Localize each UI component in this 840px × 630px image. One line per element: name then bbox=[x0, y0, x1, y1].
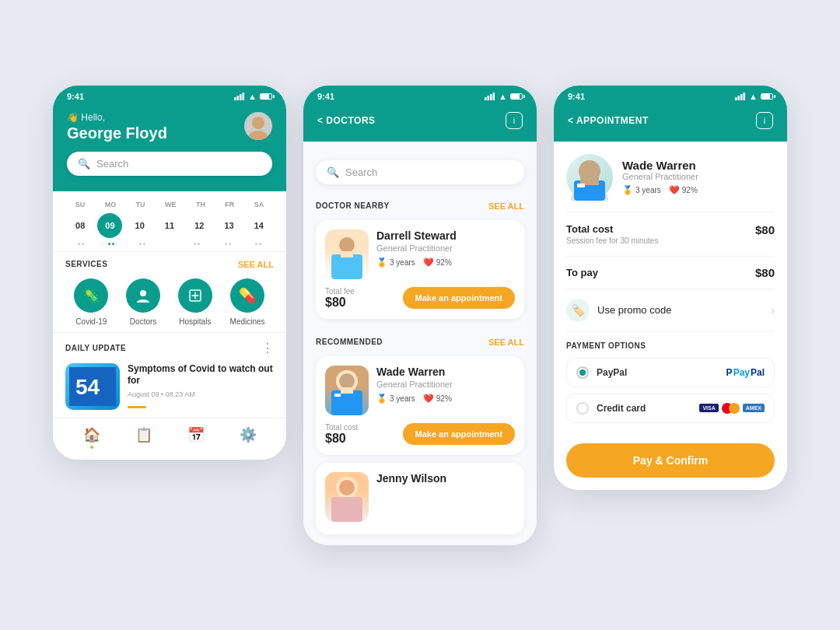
doctor-profile-card: Wade Warren General Practitioner 🏅 3 yea… bbox=[566, 142, 775, 212]
appt-doc-spec: General Practitioner bbox=[622, 172, 698, 181]
doctor-avatar-wade bbox=[325, 366, 369, 415]
card-logos: VISA AMEX bbox=[699, 403, 765, 414]
svg-rect-0 bbox=[234, 97, 236, 100]
doc-details-wade: Wade Warren General Practitioner 🏅 3 yea… bbox=[376, 366, 515, 415]
cal-day-12[interactable]: 12 bbox=[187, 213, 212, 238]
screen3-header: < APPOINTMENT i bbox=[554, 104, 787, 142]
appointment-btn-darrell[interactable]: Make an appointment bbox=[403, 287, 515, 309]
nav-calendar[interactable]: 📅 bbox=[187, 426, 205, 449]
doctor-nearby-section: DOCTOR NEARBY SEE ALL bbox=[303, 194, 537, 330]
status-bar-1: 9:41 ▲ bbox=[53, 86, 286, 104]
search-bar-2[interactable]: 🔍 Search bbox=[316, 160, 524, 184]
cost-labels: Total cost Session fee for 30 minutes bbox=[566, 223, 658, 245]
svg-rect-2 bbox=[240, 94, 242, 100]
paypal-radio-selected bbox=[579, 369, 586, 376]
doctors-icon bbox=[126, 278, 160, 313]
card-label: Credit card bbox=[597, 403, 691, 414]
promo-icon: 🏷️ bbox=[566, 299, 590, 322]
back-button-doctors[interactable]: < DOCTORS bbox=[317, 115, 376, 126]
services-see-all[interactable]: SEE ALL bbox=[238, 260, 274, 269]
doc-details-darrell: Darrell Steward General Practitioner 🏅 3… bbox=[376, 229, 515, 279]
amex-logo: AMEX bbox=[743, 404, 765, 412]
more-options-btn[interactable]: ⋮ bbox=[261, 341, 274, 355]
info-icon-2[interactable]: i bbox=[506, 112, 523, 129]
doc-stats-darrell: 🏅 3 years ❤️ 92% bbox=[376, 257, 515, 268]
svg-rect-3 bbox=[243, 93, 245, 100]
back-button-appt[interactable]: < APPOINTMENT bbox=[568, 115, 649, 126]
covid-icon: 🦠 bbox=[74, 278, 108, 313]
service-icons: 🦠 Covid-19 Doctors bbox=[65, 278, 274, 326]
doc-name-wade: Wade Warren bbox=[376, 366, 515, 378]
card-radio[interactable] bbox=[576, 402, 589, 415]
cal-day-08[interactable]: 08 bbox=[68, 213, 93, 238]
cal-day-13[interactable]: 13 bbox=[217, 213, 242, 238]
doctor-profile-details: Wade Warren General Practitioner 🏅 3 yea… bbox=[622, 159, 698, 195]
service-covid-label: Covid-19 bbox=[75, 317, 107, 326]
total-cost-row: Total cost Session fee for 30 minutes $8… bbox=[566, 212, 775, 257]
nav-settings[interactable]: ⚙️ bbox=[240, 426, 257, 449]
search-bar-1[interactable]: 🔍 Search bbox=[67, 152, 272, 176]
doctor-avatar-darrell bbox=[325, 229, 369, 279]
cal-day-11[interactable]: 11 bbox=[157, 213, 182, 238]
doc-rating-darrell: ❤️ 92% bbox=[423, 257, 452, 268]
to-pay-row: To pay $80 bbox=[566, 257, 775, 289]
info-icon-3[interactable]: i bbox=[756, 112, 773, 129]
wifi-icon: ▲ bbox=[248, 92, 257, 101]
search-placeholder-1: Search bbox=[96, 158, 128, 170]
doctor-avatar-lg bbox=[566, 154, 613, 201]
nearby-see-all[interactable]: SEE ALL bbox=[488, 201, 524, 211]
search-icon-1: 🔍 bbox=[78, 158, 90, 170]
cal-day-14[interactable]: 14 bbox=[247, 213, 271, 238]
cal-day-10[interactable]: 10 bbox=[128, 213, 152, 238]
doc-name-darrell: Darrell Steward bbox=[376, 229, 515, 242]
doctors-search: 🔍 Search bbox=[303, 142, 537, 194]
payment-option-paypal[interactable]: PayPal P Pay Pal bbox=[566, 358, 775, 387]
avatar bbox=[244, 112, 272, 140]
doc-name-jenny: Jenny Wilson bbox=[376, 472, 515, 485]
pay-confirm-button[interactable]: Pay & Confirm bbox=[566, 443, 775, 478]
nav-records[interactable]: 📋 bbox=[135, 426, 152, 449]
doctor-card-darrell: Darrell Steward General Practitioner 🏅 3… bbox=[316, 220, 524, 319]
svg-point-5 bbox=[249, 131, 268, 140]
news-content: Symptoms of Covid to watch out for Augus… bbox=[128, 363, 274, 408]
service-doctors[interactable]: Doctors bbox=[126, 278, 160, 326]
svg-rect-28 bbox=[740, 94, 743, 100]
recommended-see-all[interactable]: SEE ALL bbox=[488, 338, 524, 347]
doc-years-darrell: 🏅 3 years bbox=[376, 257, 415, 268]
paypal-radio[interactable] bbox=[576, 366, 589, 379]
nav-home[interactable]: 🏠 bbox=[83, 426, 100, 449]
status-icons-3: ▲ bbox=[735, 92, 773, 101]
calendar-dates: 08 09 10 11 12 13 14 bbox=[65, 213, 274, 238]
screen2-header: < DOCTORS i bbox=[303, 104, 537, 142]
paypal-logo: P Pay Pal bbox=[726, 367, 765, 378]
mastercard-logo bbox=[722, 403, 740, 414]
promo-text: Use promo code bbox=[597, 304, 763, 316]
cal-day-09[interactable]: 09 bbox=[97, 213, 122, 238]
recommended-section: RECOMMENDED SEE ALL bbox=[303, 330, 537, 545]
screen2-body: 🔍 Search DOCTOR NEARBY SEE ALL bbox=[303, 142, 537, 545]
doc-fee-darrell: Total fee $80 bbox=[325, 287, 355, 310]
service-covid[interactable]: 🦠 Covid-19 bbox=[74, 278, 108, 326]
screen3-appointment: 9:41 ▲ < APPOINTMENT i bbox=[554, 86, 787, 490]
visa-logo: VISA bbox=[699, 404, 718, 412]
payment-option-card[interactable]: Credit card VISA AMEX bbox=[566, 394, 775, 423]
status-bar-2: 9:41 ▲ bbox=[303, 86, 537, 104]
doctor-info-darrell: Darrell Steward General Practitioner 🏅 3… bbox=[325, 229, 515, 279]
wifi-icon-3: ▲ bbox=[749, 92, 758, 101]
news-image: 54 bbox=[65, 363, 120, 410]
svg-rect-27 bbox=[738, 96, 740, 100]
svg-rect-21 bbox=[341, 387, 353, 394]
service-hospitals[interactable]: Hospitals bbox=[178, 278, 212, 326]
service-medicines[interactable]: 💊 Medicines bbox=[230, 278, 265, 326]
time-2: 9:41 bbox=[317, 92, 334, 101]
promo-code-row[interactable]: 🏷️ Use promo code › bbox=[566, 289, 775, 332]
doctor-card-jenny: Jenny Wilson bbox=[316, 463, 524, 534]
svg-rect-15 bbox=[331, 254, 362, 279]
payment-title: PAYMENT OPTIONS bbox=[566, 341, 775, 350]
svg-rect-24 bbox=[331, 497, 362, 522]
payment-section: PAYMENT OPTIONS PayPal P Pay Pal bbox=[566, 332, 775, 439]
news-card[interactable]: 54 Symptoms of Covid to watch out for Au… bbox=[65, 363, 274, 410]
appointment-btn-wade[interactable]: Make an appointment bbox=[403, 423, 515, 445]
avatar-image bbox=[244, 112, 272, 140]
svg-rect-13 bbox=[493, 93, 495, 100]
